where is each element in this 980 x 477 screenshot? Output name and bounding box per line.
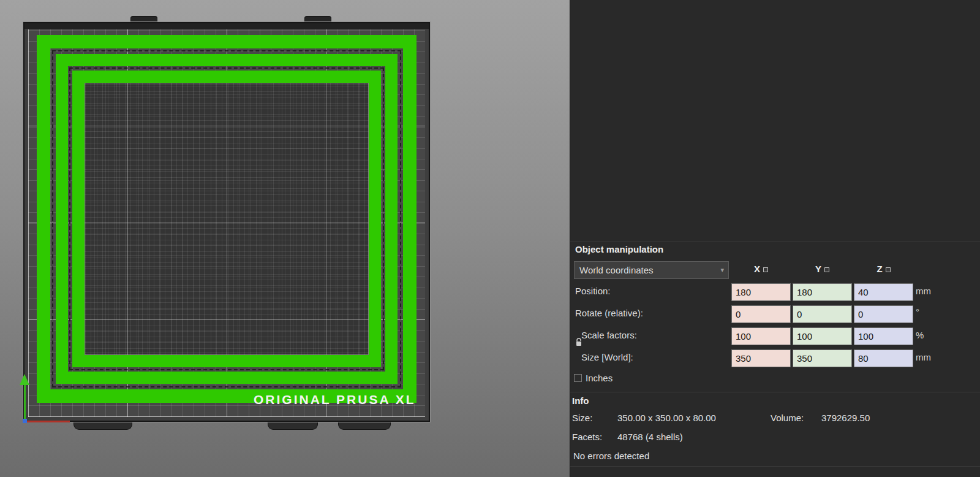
- axis-header-x-label: X: [754, 264, 760, 274]
- bed-handle-tab: [268, 422, 318, 430]
- inches-checkbox-label: Inches: [586, 373, 612, 383]
- section-divider: [570, 242, 980, 242]
- rotate-z-input[interactable]: [854, 305, 913, 323]
- section-divider: [570, 466, 980, 467]
- x-axis-indicator: [27, 421, 70, 422]
- scale-y-input[interactable]: [793, 327, 852, 345]
- info-size-value: 350.00 x 350.00 x 80.00: [617, 413, 716, 423]
- scale-label: Scale factors:: [581, 330, 637, 340]
- model-inner-cavity: [85, 83, 369, 355]
- axis-header-y-label: Y: [815, 264, 821, 274]
- object-manipulation-title: Object manipulation: [575, 244, 663, 254]
- scale-unit: %: [916, 330, 924, 340]
- info-facets-value: 48768 (4 shells): [617, 432, 683, 442]
- bed-top-edge: [24, 23, 429, 29]
- position-z-input[interactable]: [854, 283, 913, 301]
- 3d-viewport[interactable]: ORIGINAL PRUSA XL: [0, 0, 570, 477]
- y-axis-indicator: [24, 385, 26, 421]
- rotate-unit: °: [916, 307, 919, 317]
- sidebar-panel: Object manipulation World coordinates ▾ …: [570, 0, 980, 477]
- info-title: Info: [572, 395, 589, 406]
- axis-header-x: X: [731, 264, 791, 277]
- size-y-input[interactable]: [793, 349, 852, 367]
- bed-mount-tab: [304, 16, 331, 22]
- axis-header-y: Y: [793, 264, 852, 277]
- scale-x-input[interactable]: [731, 327, 791, 345]
- app-window: ORIGINAL PRUSA XL Object manipulation Wo…: [0, 0, 980, 477]
- axis-drag-icon: [824, 267, 829, 272]
- scale-z-input[interactable]: [854, 327, 913, 345]
- bed-brand-label: ORIGINAL PRUSA XL: [254, 392, 416, 407]
- position-y-input[interactable]: [793, 283, 852, 301]
- axis-drag-icon: [763, 267, 768, 272]
- position-label: Position:: [575, 286, 611, 296]
- chevron-down-icon: ▾: [720, 262, 724, 278]
- info-facets-label: Facets:: [572, 432, 602, 442]
- y-axis-arrow-icon: [20, 374, 29, 385]
- size-unit: mm: [916, 352, 931, 362]
- info-errors-status: No errors detected: [573, 451, 649, 461]
- section-divider: [570, 392, 980, 392]
- inches-checkbox[interactable]: [574, 374, 582, 382]
- info-volume-value: 3792629.50: [821, 413, 870, 423]
- size-z-input[interactable]: [854, 349, 913, 367]
- size-x-input[interactable]: [731, 349, 791, 367]
- info-volume-label: Volume:: [771, 413, 804, 423]
- uniform-scale-lock-icon[interactable]: [575, 338, 582, 349]
- axis-drag-icon: [886, 267, 891, 272]
- rotate-label: Rotate (relative):: [575, 308, 643, 318]
- info-size-label: Size:: [572, 413, 592, 423]
- rotate-y-input[interactable]: [793, 305, 852, 323]
- axis-header-z-label: Z: [876, 264, 882, 274]
- z-axis-indicator: [23, 419, 27, 423]
- bed-handle-tab: [338, 422, 391, 430]
- coordinates-dropdown-value: World coordinates: [579, 265, 654, 275]
- rotate-x-input[interactable]: [731, 305, 791, 323]
- position-x-input[interactable]: [731, 283, 791, 301]
- position-unit: mm: [916, 286, 931, 296]
- size-label: Size [World]:: [581, 352, 633, 362]
- axis-header-z: Z: [854, 264, 913, 277]
- bed-handle-tab: [74, 422, 132, 430]
- coordinates-dropdown[interactable]: World coordinates ▾: [574, 261, 729, 279]
- bed-mount-tab: [130, 16, 157, 22]
